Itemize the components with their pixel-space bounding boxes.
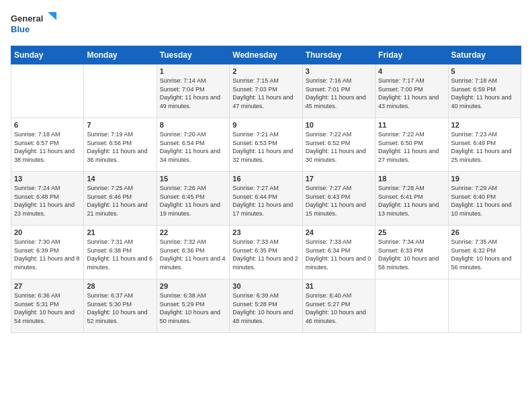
calendar-cell: 28Sunrise: 6:37 AM Sunset: 5:30 PM Dayli…	[84, 279, 157, 333]
calendar-cell	[11, 64, 84, 118]
svg-text:General: General	[11, 13, 43, 24]
calendar-cell: 31Sunrise: 6:40 AM Sunset: 5:27 PM Dayli…	[302, 279, 375, 333]
day-number: 23	[232, 228, 299, 236]
calendar-cell: 23Sunrise: 7:33 AM Sunset: 6:35 PM Dayli…	[230, 226, 302, 279]
calendar-cell: 24Sunrise: 7:33 AM Sunset: 6:34 PM Dayli…	[302, 226, 375, 279]
calendar-cell: 27Sunrise: 6:36 AM Sunset: 5:31 PM Dayli…	[11, 279, 84, 333]
calendar-cell: 29Sunrise: 6:38 AM Sunset: 5:29 PM Dayli…	[157, 279, 229, 333]
day-number: 4	[378, 67, 445, 75]
header-sunday: Sunday	[11, 46, 84, 64]
cell-content: Sunrise: 7:20 AM Sunset: 6:54 PM Dayligh…	[160, 130, 226, 164]
cell-content: Sunrise: 7:16 AM Sunset: 7:01 PM Dayligh…	[306, 77, 372, 110]
cell-content: Sunrise: 7:31 AM Sunset: 6:38 PM Dayligh…	[87, 238, 153, 271]
calendar-cell: 1Sunrise: 7:14 AM Sunset: 7:04 PM Daylig…	[157, 64, 229, 118]
header-saturday: Saturday	[448, 46, 521, 64]
cell-content: Sunrise: 7:18 AM Sunset: 6:59 PM Dayligh…	[451, 77, 518, 110]
week-row-3: 20Sunrise: 7:30 AM Sunset: 6:39 PM Dayli…	[11, 226, 521, 279]
cell-content: Sunrise: 7:28 AM Sunset: 6:41 PM Dayligh…	[378, 184, 445, 218]
day-number: 27	[14, 282, 81, 290]
logo: General Blue	[11, 11, 58, 38]
calendar-cell: 25Sunrise: 7:34 AM Sunset: 6:33 PM Dayli…	[375, 226, 448, 279]
week-row-1: 6Sunrise: 7:18 AM Sunset: 6:57 PM Daylig…	[11, 118, 521, 172]
page-header: General Blue	[11, 11, 521, 38]
day-number: 30	[232, 282, 299, 290]
day-number: 22	[160, 228, 226, 236]
cell-content: Sunrise: 6:36 AM Sunset: 5:31 PM Dayligh…	[14, 291, 81, 325]
week-row-2: 13Sunrise: 7:24 AM Sunset: 6:48 PM Dayli…	[11, 172, 521, 226]
calendar-cell: 9Sunrise: 7:21 AM Sunset: 6:53 PM Daylig…	[230, 118, 302, 172]
calendar-cell: 17Sunrise: 7:27 AM Sunset: 6:43 PM Dayli…	[302, 172, 375, 226]
day-number: 3	[306, 67, 372, 75]
day-number: 31	[306, 282, 372, 290]
day-number: 19	[451, 175, 518, 183]
svg-marker-1	[48, 12, 56, 20]
calendar-table: SundayMondayTuesdayWednesdayThursdayFrid…	[11, 46, 521, 333]
day-number: 14	[87, 175, 153, 183]
week-row-4: 27Sunrise: 6:36 AM Sunset: 5:31 PM Dayli…	[11, 279, 521, 333]
day-number: 13	[14, 175, 81, 183]
calendar-cell: 11Sunrise: 7:22 AM Sunset: 6:50 PM Dayli…	[375, 118, 448, 172]
day-number: 25	[378, 228, 445, 236]
logo-svg: General Blue	[11, 11, 58, 38]
svg-text:Blue: Blue	[11, 24, 30, 34]
header-monday: Monday	[84, 46, 157, 64]
calendar-cell: 16Sunrise: 7:27 AM Sunset: 6:44 PM Dayli…	[230, 172, 302, 226]
cell-content: Sunrise: 7:25 AM Sunset: 6:46 PM Dayligh…	[87, 184, 153, 218]
cell-content: Sunrise: 7:27 AM Sunset: 6:44 PM Dayligh…	[232, 184, 299, 218]
day-number: 5	[451, 67, 518, 75]
calendar-cell: 26Sunrise: 7:35 AM Sunset: 6:32 PM Dayli…	[448, 226, 521, 279]
cell-content: Sunrise: 7:33 AM Sunset: 6:34 PM Dayligh…	[306, 238, 372, 271]
header-tuesday: Tuesday	[157, 46, 229, 64]
cell-content: Sunrise: 7:19 AM Sunset: 6:56 PM Dayligh…	[87, 130, 153, 164]
day-number: 26	[451, 228, 518, 236]
cell-content: Sunrise: 7:22 AM Sunset: 6:52 PM Dayligh…	[306, 130, 372, 164]
cell-content: Sunrise: 7:29 AM Sunset: 6:40 PM Dayligh…	[451, 184, 518, 218]
calendar-cell	[84, 64, 157, 118]
calendar-cell	[448, 279, 521, 333]
day-number: 29	[160, 282, 226, 290]
day-number: 2	[232, 67, 299, 75]
week-row-0: 1Sunrise: 7:14 AM Sunset: 7:04 PM Daylig…	[11, 64, 521, 118]
calendar-cell: 30Sunrise: 6:39 AM Sunset: 5:28 PM Dayli…	[230, 279, 302, 333]
calendar-cell: 14Sunrise: 7:25 AM Sunset: 6:46 PM Dayli…	[84, 172, 157, 226]
day-number: 11	[378, 121, 445, 129]
cell-content: Sunrise: 7:35 AM Sunset: 6:32 PM Dayligh…	[451, 238, 518, 271]
calendar-cell: 4Sunrise: 7:17 AM Sunset: 7:00 PM Daylig…	[375, 64, 448, 118]
cell-content: Sunrise: 7:23 AM Sunset: 6:49 PM Dayligh…	[451, 130, 518, 164]
cell-content: Sunrise: 7:32 AM Sunset: 6:36 PM Dayligh…	[160, 238, 226, 271]
cell-content: Sunrise: 6:37 AM Sunset: 5:30 PM Dayligh…	[87, 291, 153, 325]
cell-content: Sunrise: 7:30 AM Sunset: 6:39 PM Dayligh…	[14, 238, 81, 271]
cell-content: Sunrise: 7:15 AM Sunset: 7:03 PM Dayligh…	[232, 77, 299, 110]
calendar-cell: 18Sunrise: 7:28 AM Sunset: 6:41 PM Dayli…	[375, 172, 448, 226]
cell-content: Sunrise: 6:38 AM Sunset: 5:29 PM Dayligh…	[160, 291, 226, 325]
calendar-cell: 13Sunrise: 7:24 AM Sunset: 6:48 PM Dayli…	[11, 172, 84, 226]
cell-content: Sunrise: 7:14 AM Sunset: 7:04 PM Dayligh…	[160, 77, 226, 110]
calendar-cell: 10Sunrise: 7:22 AM Sunset: 6:52 PM Dayli…	[302, 118, 375, 172]
cell-content: Sunrise: 7:24 AM Sunset: 6:48 PM Dayligh…	[14, 184, 81, 218]
day-number: 8	[160, 121, 226, 129]
calendar-cell: 7Sunrise: 7:19 AM Sunset: 6:56 PM Daylig…	[84, 118, 157, 172]
calendar-cell: 15Sunrise: 7:26 AM Sunset: 6:45 PM Dayli…	[157, 172, 229, 226]
cell-content: Sunrise: 7:26 AM Sunset: 6:45 PM Dayligh…	[160, 184, 226, 218]
day-number: 20	[14, 228, 81, 236]
calendar-cell: 2Sunrise: 7:15 AM Sunset: 7:03 PM Daylig…	[230, 64, 302, 118]
calendar-cell	[375, 279, 448, 333]
cell-content: Sunrise: 7:34 AM Sunset: 6:33 PM Dayligh…	[378, 238, 445, 271]
cell-content: Sunrise: 7:21 AM Sunset: 6:53 PM Dayligh…	[232, 130, 299, 164]
day-number: 10	[306, 121, 372, 129]
calendar-cell: 3Sunrise: 7:16 AM Sunset: 7:01 PM Daylig…	[302, 64, 375, 118]
calendar-cell: 12Sunrise: 7:23 AM Sunset: 6:49 PM Dayli…	[448, 118, 521, 172]
header-thursday: Thursday	[302, 46, 375, 64]
day-number: 24	[306, 228, 372, 236]
day-number: 21	[87, 228, 153, 236]
cell-content: Sunrise: 7:18 AM Sunset: 6:57 PM Dayligh…	[14, 130, 81, 164]
day-number: 17	[306, 175, 372, 183]
day-number: 16	[232, 175, 299, 183]
calendar-cell: 8Sunrise: 7:20 AM Sunset: 6:54 PM Daylig…	[157, 118, 229, 172]
cell-content: Sunrise: 6:39 AM Sunset: 5:28 PM Dayligh…	[232, 291, 299, 325]
calendar-cell: 22Sunrise: 7:32 AM Sunset: 6:36 PM Dayli…	[157, 226, 229, 279]
cell-content: Sunrise: 7:27 AM Sunset: 6:43 PM Dayligh…	[306, 184, 372, 218]
day-number: 7	[87, 121, 153, 129]
day-number: 15	[160, 175, 226, 183]
day-number: 28	[87, 282, 153, 290]
